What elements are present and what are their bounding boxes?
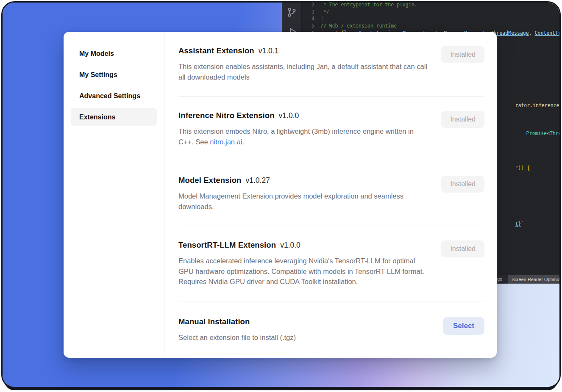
sidebar-item-my-settings[interactable]: My Settings [71, 66, 157, 84]
installed-badge[interactable]: Installed [441, 176, 484, 193]
manual-installation-info: Manual Installation Select an extension … [178, 317, 428, 343]
settings-modal: My Models My Settings Advanced Settings … [64, 32, 497, 358]
sidebar-item-advanced-settings[interactable]: Advanced Settings [71, 87, 157, 105]
extension-info: Model Extension v1.0.27 Model Management… [178, 176, 428, 212]
code-line: 4 [302, 15, 559, 22]
status-bar-text: go [497, 276, 502, 282]
separator: , [529, 30, 535, 36]
extension-row: Assistant Extension v1.0.1 This extensio… [178, 32, 484, 97]
extension-info: Inference Nitro Extension v1.0.0 This ex… [178, 111, 428, 147]
code-fragment-template: t}` [498, 215, 524, 233]
code-token: rator. [515, 102, 533, 108]
manual-installation-row: Manual Installation Select an extension … [178, 301, 484, 357]
code-comment: * The entrypoint for the plugin. [320, 3, 417, 8]
installed-badge[interactable]: Installed [441, 240, 484, 257]
extension-version: v1.0.0 [280, 241, 300, 250]
sidebar-item-my-models[interactable]: My Models [71, 44, 157, 63]
installed-badge[interactable]: Installed [441, 111, 484, 128]
code-line: 5 // Web / extension runtime [302, 22, 559, 30]
extension-info: Assistant Extension v1.0.1 This extensio… [178, 46, 428, 82]
line-number: 2 [302, 3, 320, 8]
code-line: 3 */ [302, 8, 559, 16]
code-fragment-inference: rator.inference(data)); [498, 97, 559, 114]
extension-version: v1.0.27 [246, 176, 270, 185]
extension-info: TensortRT-LLM Extension v1.0.0 Enables a… [178, 240, 428, 287]
code-token: ThreadMessage [550, 130, 559, 136]
extension-title: Model Extension [178, 176, 242, 185]
code-fragment-brace: ")) { [498, 159, 530, 177]
code-token: ` [521, 221, 524, 227]
line-number: 5 [302, 23, 320, 29]
line-number: 4 [302, 16, 320, 22]
desktop-background: 2 * The entrypoint for the plugin. 3 */ … [3, 3, 559, 387]
sidebar-item-extensions[interactable]: Extensions [71, 108, 157, 126]
indent-guide [322, 16, 323, 21]
code-comment: */ [320, 9, 329, 15]
code-line: 2 * The entrypoint for the plugin. [302, 3, 559, 8]
manual-installation-description: Select an extension file to install (.tg… [178, 332, 428, 343]
code-token: { [527, 165, 530, 171]
code-editor: 2 * The entrypoint for the plugin. 3 */ … [302, 3, 559, 36]
code-token: Promise [526, 130, 547, 136]
extension-description: This extension embeds Nitro, a lightweig… [178, 126, 428, 147]
extension-description: This extension enables assistants, inclu… [178, 61, 428, 82]
code-token: ( [559, 102, 559, 108]
extension-description: Model Management Extension provides mode… [178, 191, 428, 212]
extension-version: v1.0.0 [279, 111, 299, 120]
code-token: )) [518, 165, 527, 171]
line-number: 3 [302, 9, 320, 15]
extension-row: Inference Nitro Extension v1.0.0 This ex… [178, 97, 484, 161]
manual-installation-title: Manual Installation [178, 317, 250, 326]
extensions-list: Assistant Extension v1.0.1 This extensio… [164, 32, 497, 358]
installed-badge[interactable]: Installed [441, 46, 484, 63]
extension-title: TensortRT-LLM Extension [178, 240, 276, 250]
screen-reader-status[interactable]: Screen Reader Optimized [508, 275, 559, 284]
extension-title: Assistant Extension [178, 46, 254, 55]
code-token: t} [515, 221, 521, 227]
extension-version: v1.0.1 [259, 47, 279, 55]
select-file-button[interactable]: Select [443, 317, 484, 335]
import-identifier: ContentType [535, 30, 559, 36]
extension-title: Inference Nitro Extension [178, 111, 275, 120]
code-fragment-promise: Promise<ThreadMessage> [509, 124, 559, 142]
code-comment: // Web / extension runtime [320, 23, 397, 29]
extension-description: Enables accelerated inference leveraging… [178, 256, 428, 287]
code-token: < [547, 130, 550, 136]
settings-sidebar: My Models My Settings Advanced Settings … [64, 32, 164, 358]
extension-row: TensortRT-LLM Extension v1.0.0 Enables a… [178, 226, 484, 301]
extension-row: Model Extension v1.0.27 Model Management… [178, 161, 484, 226]
code-token: inference [533, 102, 559, 108]
nitro-jan-ai-link[interactable]: nitro.jan.ai. [210, 138, 244, 146]
source-control-icon[interactable] [286, 7, 297, 18]
